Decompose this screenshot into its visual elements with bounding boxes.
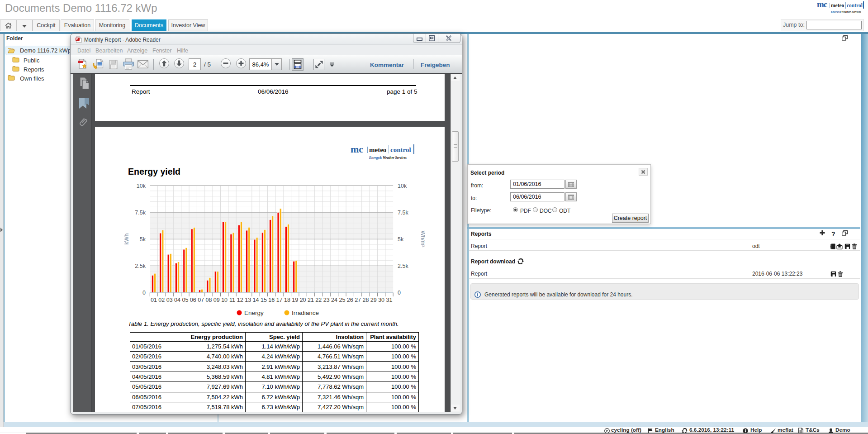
svg-text:25: 25 <box>339 297 345 303</box>
svg-text:08: 08 <box>205 297 212 303</box>
svg-text:03: 03 <box>166 297 173 303</box>
svg-text:22: 22 <box>315 297 322 303</box>
svg-text:Energy: Energy <box>244 310 264 316</box>
svg-text:31: 31 <box>386 297 393 303</box>
svg-text:01: 01 <box>151 297 157 303</box>
svg-text:14: 14 <box>253 297 259 303</box>
svg-text:23: 23 <box>323 297 330 303</box>
svg-text:21: 21 <box>308 297 314 303</box>
svg-text:0: 0 <box>398 290 401 296</box>
svg-text:7.5k: 7.5k <box>135 210 146 216</box>
svg-text:Wh/m²: Wh/m² <box>420 231 425 248</box>
svg-text:5k: 5k <box>140 236 146 243</box>
svg-text:11: 11 <box>229 297 235 303</box>
svg-text:10k: 10k <box>398 183 407 189</box>
svg-text:09: 09 <box>213 297 220 303</box>
svg-text:04: 04 <box>174 297 180 303</box>
svg-text:30: 30 <box>378 297 384 303</box>
svg-text:27: 27 <box>355 297 361 303</box>
svg-text:26: 26 <box>347 297 353 303</box>
svg-text:2.5k: 2.5k <box>398 263 408 269</box>
svg-text:10k: 10k <box>137 183 146 189</box>
svg-text:19: 19 <box>292 297 298 303</box>
svg-text:15: 15 <box>261 297 267 303</box>
svg-text:2.5k: 2.5k <box>135 263 146 269</box>
svg-text:16: 16 <box>268 297 275 303</box>
svg-text:7.5k: 7.5k <box>398 210 408 216</box>
svg-text:24: 24 <box>331 297 337 303</box>
svg-text:29: 29 <box>370 297 377 303</box>
svg-text:02: 02 <box>158 297 165 303</box>
svg-text:Irradiance: Irradiance <box>292 310 319 316</box>
svg-text:28: 28 <box>362 297 369 303</box>
svg-text:07: 07 <box>198 297 204 303</box>
svg-text:06: 06 <box>190 297 196 303</box>
svg-text:12: 12 <box>237 297 243 303</box>
svg-text:13: 13 <box>245 297 251 303</box>
svg-text:5k: 5k <box>398 236 404 243</box>
svg-text:05: 05 <box>182 297 188 303</box>
svg-text:kWh: kWh <box>124 233 130 244</box>
svg-text:17: 17 <box>276 297 283 303</box>
svg-text:20: 20 <box>300 297 306 303</box>
svg-text:10: 10 <box>221 297 228 303</box>
svg-text:18: 18 <box>284 297 290 303</box>
svg-text:0: 0 <box>142 290 146 296</box>
